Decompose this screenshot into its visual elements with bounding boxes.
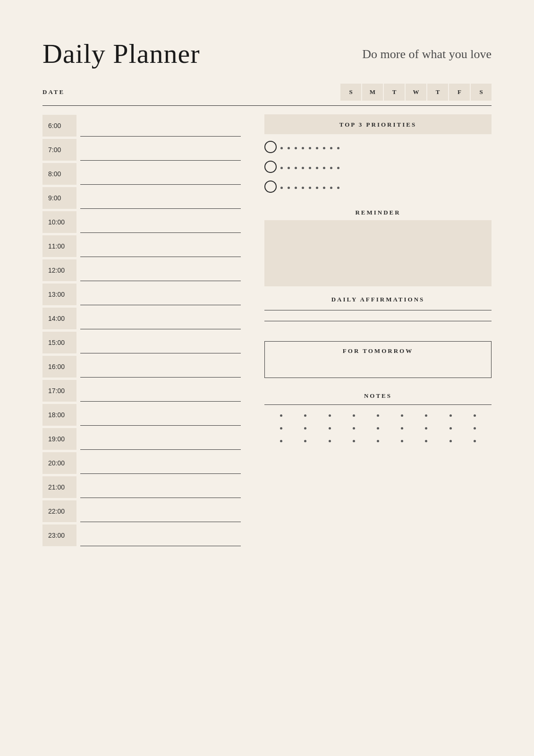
time-write-line[interactable] bbox=[80, 522, 241, 522]
header: Daily Planner Do more of what you love bbox=[42, 38, 492, 69]
dot bbox=[323, 147, 325, 149]
days-row: SMTWTFS bbox=[339, 84, 492, 101]
time-entry-wrapper: 12:00 bbox=[42, 259, 241, 281]
dot bbox=[309, 187, 311, 189]
time-write-line[interactable] bbox=[80, 473, 241, 474]
notes-dot bbox=[304, 414, 306, 417]
priority-checkbox[interactable] bbox=[264, 180, 277, 193]
page-title: Daily Planner bbox=[42, 38, 200, 69]
date-row: DATE SMTWTFS bbox=[42, 84, 492, 106]
priority-item bbox=[264, 161, 492, 173]
time-write-line[interactable] bbox=[80, 184, 241, 185]
notes-dot bbox=[377, 414, 379, 417]
priority-dots bbox=[280, 145, 492, 149]
time-entry-wrapper: 17:00 bbox=[42, 379, 241, 402]
time-entry-wrapper: 6:00 bbox=[42, 114, 241, 137]
time-entry-wrapper: 18:00 bbox=[42, 404, 241, 426]
dot bbox=[330, 187, 332, 189]
dot bbox=[337, 147, 339, 149]
priority-checkbox[interactable] bbox=[264, 161, 277, 173]
time-write-line[interactable] bbox=[80, 377, 241, 378]
priority-dots bbox=[280, 165, 492, 169]
time-write-line[interactable] bbox=[80, 329, 241, 329]
time-label: 6:00 bbox=[42, 115, 76, 137]
time-label: 18:00 bbox=[42, 404, 76, 426]
notes-dot bbox=[353, 414, 355, 417]
dot bbox=[337, 167, 339, 169]
time-label: 17:00 bbox=[42, 380, 76, 402]
time-entry-wrapper: 14:00 bbox=[42, 307, 241, 329]
notes-dot bbox=[280, 427, 282, 430]
time-write-line[interactable] bbox=[80, 305, 241, 305]
notes-section: NOTES bbox=[264, 392, 492, 453]
time-entry-wrapper: 13:00 bbox=[42, 283, 241, 305]
time-label: 21:00 bbox=[42, 476, 76, 498]
time-entry-wrapper: 16:00 bbox=[42, 355, 241, 378]
time-write-line[interactable] bbox=[80, 136, 241, 137]
time-label: 14:00 bbox=[42, 308, 76, 329]
time-write-line[interactable] bbox=[80, 546, 241, 546]
time-entry-wrapper: 22:00 bbox=[42, 500, 241, 522]
time-entry-wrapper: 15:00 bbox=[42, 331, 241, 353]
time-write-line[interactable] bbox=[80, 425, 241, 426]
title-group: Daily Planner bbox=[42, 38, 200, 69]
tomorrow-box[interactable]: FOR TOMORROW bbox=[264, 341, 492, 378]
notes-dot bbox=[304, 427, 306, 430]
time-entry-wrapper: 23:00 bbox=[42, 524, 241, 546]
time-write-line[interactable] bbox=[80, 498, 241, 498]
notes-dot-row bbox=[264, 414, 492, 417]
notes-label: NOTES bbox=[264, 392, 492, 400]
affirmation-line-1 bbox=[264, 310, 492, 310]
main-content: 6:007:008:009:0010:0011:0012:0013:0014:0… bbox=[42, 114, 492, 548]
reminder-section: REMINDER bbox=[264, 209, 492, 286]
notes-dot bbox=[401, 414, 403, 417]
time-write-line[interactable] bbox=[80, 208, 241, 209]
time-write-line[interactable] bbox=[80, 232, 241, 233]
notes-dot bbox=[304, 440, 306, 442]
affirmations-section: DAILY AFFIRMATIONS bbox=[264, 296, 492, 332]
dot bbox=[280, 167, 283, 169]
time-entry-wrapper: 7:00 bbox=[42, 138, 241, 161]
notes-dot bbox=[377, 440, 379, 442]
notes-dot bbox=[280, 440, 282, 442]
dot bbox=[330, 147, 332, 149]
dot bbox=[288, 147, 290, 149]
time-write-line[interactable] bbox=[80, 160, 241, 161]
dot bbox=[323, 187, 325, 189]
reminder-label: REMINDER bbox=[264, 209, 492, 216]
notes-dot bbox=[449, 414, 452, 417]
time-write-line[interactable] bbox=[80, 281, 241, 281]
right-column: TOP 3 PRIORITIES REMINDER DAILY AFFIRMAT… bbox=[264, 114, 492, 548]
notes-dot bbox=[425, 440, 427, 442]
dot bbox=[288, 167, 290, 169]
day-cell: W bbox=[406, 84, 426, 101]
time-entry-wrapper: 21:00 bbox=[42, 476, 241, 498]
dot bbox=[316, 187, 318, 189]
top-priorities-box: TOP 3 PRIORITIES bbox=[264, 114, 492, 134]
notes-dot bbox=[353, 440, 355, 442]
notes-dot bbox=[425, 427, 427, 430]
affirmation-line-2 bbox=[264, 321, 492, 321]
time-entry-wrapper: 11:00 bbox=[42, 235, 241, 257]
priority-item bbox=[264, 141, 492, 153]
priority-checkbox[interactable] bbox=[264, 141, 277, 153]
time-write-line[interactable] bbox=[80, 449, 241, 450]
notes-dots bbox=[264, 414, 492, 442]
dot bbox=[302, 147, 304, 149]
subtitle-group: Do more of what you love bbox=[362, 43, 492, 61]
time-label: 12:00 bbox=[42, 259, 76, 281]
time-label: 16:00 bbox=[42, 356, 76, 378]
notes-dot bbox=[280, 414, 282, 417]
time-label: 20:00 bbox=[42, 452, 76, 474]
day-cell: T bbox=[384, 84, 405, 101]
time-write-line[interactable] bbox=[80, 401, 241, 402]
dot bbox=[280, 187, 283, 189]
priority-item bbox=[264, 180, 492, 193]
reminder-box[interactable] bbox=[264, 220, 492, 286]
notes-dot bbox=[329, 427, 331, 430]
time-write-line[interactable] bbox=[80, 353, 241, 353]
notes-dot bbox=[474, 440, 476, 442]
time-write-line[interactable] bbox=[80, 257, 241, 257]
affirmations-label: DAILY AFFIRMATIONS bbox=[264, 296, 492, 303]
time-entry-wrapper: 8:00 bbox=[42, 163, 241, 185]
